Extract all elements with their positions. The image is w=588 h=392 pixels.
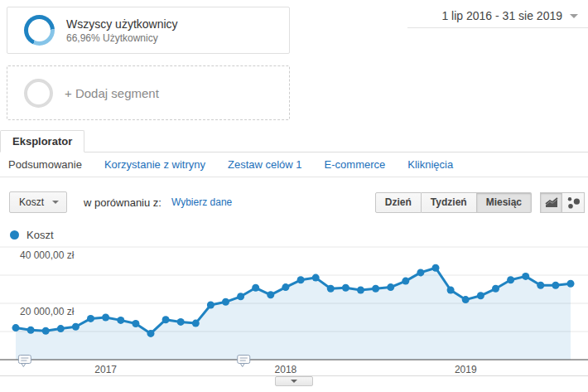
chart-legend: Koszt — [10, 229, 54, 241]
data-point[interactable] — [72, 323, 80, 331]
data-point[interactable] — [222, 298, 229, 306]
compare-label: w porównaniu z: — [84, 196, 161, 209]
line-chart-icon — [545, 197, 558, 208]
data-point[interactable] — [132, 320, 139, 327]
data-point[interactable] — [552, 282, 559, 289]
data-point[interactable] — [237, 293, 244, 300]
data-point[interactable] — [507, 276, 514, 283]
tab-bar: Eksplorator — [0, 130, 588, 152]
data-point[interactable] — [312, 274, 320, 282]
subnav-item-ecommerce[interactable]: E-commerce — [325, 158, 386, 171]
compare-select-link[interactable]: Wybierz dane — [171, 196, 232, 208]
y-axis-tick-label: 40 000,00 zł — [20, 249, 75, 261]
legend-series-label: Koszt — [27, 229, 54, 241]
data-point[interactable] — [372, 285, 379, 293]
data-point[interactable] — [297, 276, 305, 283]
data-point[interactable] — [417, 269, 424, 276]
date-range-picker[interactable]: 1 lip 2016 - 31 sie 2019 — [407, 4, 588, 28]
segment-card-all-users[interactable]: Wszyscy użytkownicy 66,96% Użytkownicy — [7, 7, 290, 54]
data-point[interactable] — [162, 316, 170, 323]
chevron-down-icon — [52, 201, 59, 204]
empty-segment-ring-icon — [24, 79, 53, 108]
data-point[interactable] — [87, 315, 94, 322]
motion-chart-button[interactable] — [562, 192, 585, 213]
data-point[interactable] — [27, 327, 35, 334]
data-point[interactable] — [147, 330, 155, 337]
report-subnav: Podsumowanie Korzystanie z witryny Zesta… — [0, 152, 588, 177]
data-point[interactable] — [492, 285, 499, 293]
line-chart-button[interactable] — [540, 192, 562, 213]
data-point[interactable] — [42, 327, 50, 335]
subnav-item-summary[interactable]: Podsumowanie — [8, 158, 82, 171]
data-point[interactable] — [447, 287, 455, 294]
add-segment-button[interactable]: + Dodaj segment — [7, 65, 290, 120]
x-axis-year-label: 2017 — [94, 364, 117, 375]
data-point[interactable] — [282, 283, 289, 291]
chart-toolbar: Koszt w porównaniu z: Wybierz dane Dzień… — [0, 186, 588, 219]
legend-series-dot — [10, 230, 19, 240]
motion-chart-icon — [566, 196, 581, 210]
metric-select[interactable]: Koszt — [9, 191, 67, 213]
data-point[interactable] — [327, 285, 335, 293]
data-point[interactable] — [57, 325, 65, 332]
add-segment-label: + Dodaj segment — [65, 86, 159, 100]
subnav-item-clicks[interactable]: Kliknięcia — [407, 158, 453, 171]
segment-subtitle: 66,96% Użytkownicy — [66, 32, 178, 44]
chevron-down-icon — [570, 14, 578, 18]
data-point[interactable] — [357, 287, 364, 294]
timeline-expander-button[interactable] — [275, 376, 313, 386]
segment-donut-icon — [24, 15, 55, 46]
subnav-item-goal-set-1[interactable]: Zestaw celów 1 — [228, 158, 302, 171]
granularity-month-button[interactable]: Miesiąc — [477, 192, 532, 213]
granularity-week-button[interactable]: Tydzień — [422, 192, 477, 213]
data-point[interactable] — [177, 318, 185, 326]
subnav-item-site-usage[interactable]: Korzystanie z witryny — [104, 158, 205, 171]
chevron-down-icon — [291, 380, 297, 383]
tab-explorer[interactable]: Eksplorator — [0, 130, 84, 152]
data-point[interactable] — [102, 314, 109, 322]
y-axis-tick-label: 20 000,00 zł — [20, 306, 75, 317]
data-point[interactable] — [462, 296, 470, 303]
data-point[interactable] — [477, 292, 484, 299]
data-point[interactable] — [567, 280, 575, 288]
data-point[interactable] — [432, 264, 440, 272]
series-area-fill — [16, 268, 571, 360]
data-point[interactable] — [522, 273, 529, 280]
tab-explorer-label: Eksplorator — [12, 135, 72, 148]
data-point[interactable] — [117, 317, 124, 324]
data-point[interactable] — [537, 282, 544, 289]
data-point[interactable] — [252, 284, 259, 292]
annotation-marker-icon[interactable] — [18, 356, 31, 367]
data-point[interactable] — [207, 302, 214, 309]
x-axis-year-label: 2018 — [275, 364, 297, 375]
chart-type-button-group — [540, 192, 585, 213]
granularity-day-button[interactable]: Dzień — [375, 192, 422, 213]
cost-timeseries-chart: 20 000,00 zł40 000,00 zł201720182019 — [0, 244, 588, 392]
data-point[interactable] — [387, 283, 394, 291]
data-point[interactable] — [12, 324, 20, 332]
data-point[interactable] — [402, 278, 409, 285]
granularity-button-group: Dzień Tydzień Miesiąc — [375, 192, 532, 213]
x-axis-year-label: 2019 — [455, 364, 477, 375]
data-point[interactable] — [267, 291, 274, 298]
date-range-text: 1 lip 2016 - 31 sie 2019 — [441, 9, 562, 22]
data-point[interactable] — [192, 320, 200, 327]
segment-title: Wszyscy użytkownicy — [66, 17, 178, 31]
annotation-marker-icon[interactable] — [238, 356, 250, 367]
metric-select-value: Koszt — [19, 196, 44, 208]
data-point[interactable] — [342, 284, 349, 292]
